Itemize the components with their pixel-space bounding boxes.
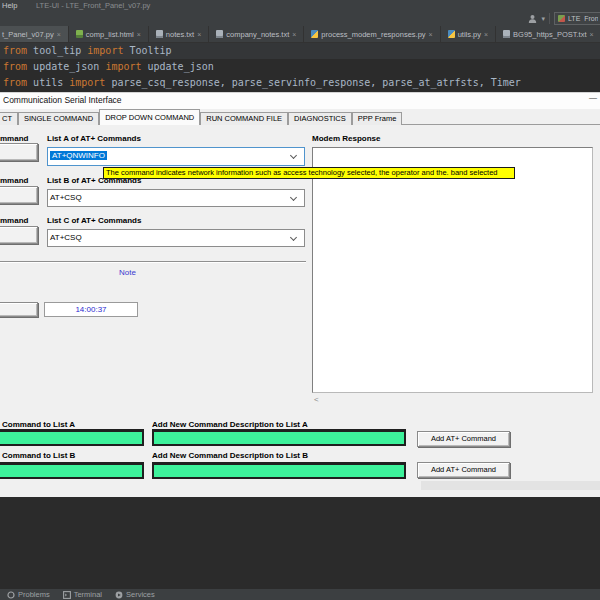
- add-command-a-button[interactable]: Add AT+ Command: [417, 431, 510, 447]
- toolbar-divider: [549, 13, 550, 24]
- list-a-selected-value: AT+QNWINFO: [50, 151, 107, 160]
- statusbar-services[interactable]: Services: [115, 590, 155, 599]
- app-window-title: Communication Serial Interface: [3, 95, 122, 105]
- editor-tab-label: utils.py: [458, 30, 481, 39]
- new-command-b-input[interactable]: [0, 462, 144, 479]
- close-icon[interactable]: ×: [429, 31, 433, 38]
- editor-tab-label: process_modem_responses.py: [321, 30, 425, 39]
- new-description-a-input[interactable]: [152, 429, 406, 446]
- notebook-tab-bar: CT SINGLE COMMAND DROP DOWN COMMAND RUN …: [0, 109, 402, 125]
- close-icon[interactable]: ×: [57, 31, 61, 38]
- tab-drop-down-command[interactable]: DROP DOWN COMMAND: [99, 109, 200, 125]
- timer-display: 14:00:37: [44, 302, 138, 317]
- chevron-down-icon[interactable]: [290, 152, 297, 159]
- code-line: from tool_tip import Tooltip: [0, 43, 600, 59]
- window-edge: [421, 481, 600, 490]
- chevron-down-icon[interactable]: ▾: [541, 15, 545, 22]
- chevron-down-icon[interactable]: [290, 234, 297, 241]
- new-description-b-input[interactable]: [152, 462, 406, 479]
- timer-button-partial[interactable]: [0, 302, 38, 317]
- list-b-selected-value: AT+CSQ: [50, 193, 82, 202]
- editor-tab-lte-front-panel[interactable]: t_Panel_v07.py ×: [0, 26, 69, 42]
- tab-ppp-frame[interactable]: PPP Frame: [352, 112, 403, 125]
- text-file-icon: [156, 30, 163, 38]
- horizontal-separator: [0, 261, 306, 263]
- run-config-selector[interactable]: LTE_Fron: [554, 12, 600, 25]
- editor-tab-process-modem[interactable]: process_modem_responses.py ×: [304, 26, 440, 42]
- add-command-b-button[interactable]: Add AT+ Command: [417, 462, 510, 478]
- run-config-label: LTE_Fron: [568, 15, 598, 22]
- chevron-down-icon[interactable]: [290, 194, 297, 201]
- ide-titlebar: Help LTE-UI - LTE_Front_Panel_v07.py: [0, 0, 600, 11]
- editor-tab-company-notes[interactable]: company_notes.txt ×: [209, 26, 304, 42]
- editor-tab-label: comp_list.html: [86, 30, 134, 39]
- terminal-icon: [63, 591, 71, 599]
- minimize-button[interactable]: —: [589, 93, 597, 102]
- editor-tab-notes[interactable]: notes.txt ×: [149, 26, 209, 42]
- list-c-combobox[interactable]: AT+CSQ: [47, 229, 305, 247]
- send-command-label-partial: mmand: [0, 134, 28, 143]
- send-command-c-button[interactable]: [0, 226, 38, 244]
- user-profile-icon[interactable]: [528, 14, 537, 23]
- python-file-icon: [311, 30, 318, 38]
- command-tooltip: The command indicates network informatio…: [103, 167, 515, 179]
- send-command-a-button[interactable]: [0, 143, 38, 161]
- modem-response-textarea[interactable]: [312, 147, 593, 393]
- python-file-icon: [448, 30, 455, 38]
- statusbar-terminal[interactable]: Terminal: [63, 590, 102, 599]
- problems-icon: [7, 591, 15, 599]
- editor-tab-label: t_Panel_v07.py: [2, 30, 54, 39]
- code-line: from update_json import update_json: [0, 59, 600, 75]
- app-window: Communication Serial Interface — CT SING…: [0, 92, 600, 497]
- close-icon[interactable]: ×: [197, 31, 201, 38]
- run-config-icon: [558, 15, 565, 22]
- close-icon[interactable]: ×: [137, 31, 141, 38]
- add-command-a-label-partial: Command to List A: [2, 420, 75, 429]
- list-a-label: List A of AT+ Commands: [47, 134, 141, 143]
- add-description-b-label: Add New Command Description to List B: [152, 451, 308, 460]
- tab-diagnostics[interactable]: DIAGNOSTICS: [288, 112, 352, 125]
- text-file-icon: [216, 30, 223, 38]
- new-command-a-input[interactable]: [0, 429, 144, 446]
- ide-window-title: LTE-UI - LTE_Front_Panel_v07.py: [36, 1, 150, 10]
- tab-connect-partial[interactable]: CT: [0, 112, 18, 125]
- scrollbar-left-arrow-icon[interactable]: <: [314, 395, 319, 404]
- send-command-label-partial: mmand: [0, 176, 28, 185]
- ide-statusbar: Problems Terminal Services: [0, 588, 600, 600]
- code-editor[interactable]: from tool_tip import Tooltip from update…: [0, 43, 600, 92]
- close-icon[interactable]: ×: [589, 31, 593, 38]
- ide-editor-background: [0, 497, 600, 588]
- close-icon[interactable]: ×: [292, 31, 296, 38]
- code-line: from utils import parse_csq_response, pa…: [0, 75, 600, 91]
- services-icon: [115, 591, 123, 599]
- list-c-selected-value: AT+CSQ: [50, 233, 82, 242]
- editor-tab-utils[interactable]: utils.py ×: [441, 26, 496, 42]
- menu-help[interactable]: Help: [2, 1, 17, 10]
- add-command-b-label-partial: Command to List B: [2, 451, 75, 460]
- note-label: Note: [0, 268, 255, 277]
- list-b-combobox[interactable]: AT+CSQ: [47, 189, 305, 207]
- editor-tab-bg95-post[interactable]: BG95_https_POST.txt ×: [496, 26, 600, 42]
- tab-run-command-file[interactable]: RUN COMMAND FILE: [200, 112, 288, 125]
- close-icon[interactable]: ×: [484, 31, 488, 38]
- tab-single-command[interactable]: SINGLE COMMAND: [18, 112, 99, 125]
- editor-tab-label: company_notes.txt: [226, 30, 289, 39]
- html-file-icon: [76, 30, 83, 38]
- text-file-icon: [503, 30, 510, 38]
- list-c-label: List C of AT+ Commands: [47, 216, 141, 225]
- send-command-b-button[interactable]: [0, 186, 38, 204]
- editor-tab-comp-list[interactable]: comp_list.html ×: [69, 26, 149, 42]
- editor-tab-label: notes.txt: [166, 30, 194, 39]
- ide-toolbar: ▾ LTE_Fron: [0, 11, 600, 26]
- add-description-a-label: Add New Command Description to List A: [152, 420, 308, 429]
- send-command-label-partial: mmand: [0, 216, 28, 225]
- ide-header: Help LTE-UI - LTE_Front_Panel_v07.py ▾ L…: [0, 0, 600, 43]
- editor-tab-bar: t_Panel_v07.py × comp_list.html × notes.…: [0, 26, 600, 43]
- screen: Help LTE-UI - LTE_Front_Panel_v07.py ▾ L…: [0, 0, 600, 600]
- modem-response-label: Modem Response: [312, 134, 380, 143]
- statusbar-problems[interactable]: Problems: [7, 590, 50, 599]
- app-titlebar: Communication Serial Interface —: [0, 93, 600, 109]
- editor-tab-label: BG95_https_POST.txt: [513, 30, 586, 39]
- list-a-combobox[interactable]: AT+QNWINFO: [47, 147, 305, 166]
